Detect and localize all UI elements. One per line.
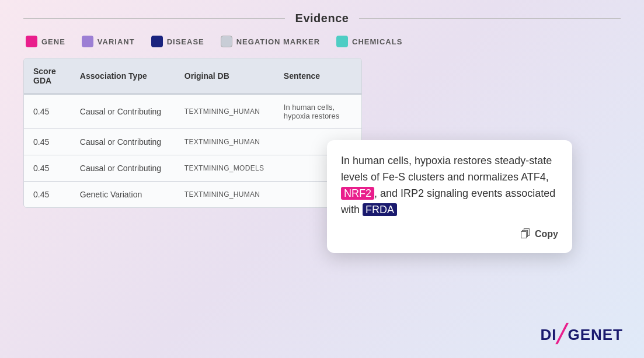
logo-di: DI [540, 326, 556, 343]
legend-row: GENE VARIANT DISEASE NEGATION MARKER CHE… [23, 36, 621, 47]
legend-item-gene: GENE [26, 36, 65, 47]
variant-label: VARIANT [98, 37, 135, 46]
score-cell: 0.45 [24, 155, 71, 182]
tooltip-content: In human cells, hypoxia restores steady-… [341, 153, 558, 218]
table-row: 0.45 Causal or Contributing TEXTMINING_H… [24, 94, 361, 129]
col-header-score: Score GDA [24, 58, 71, 94]
db-cell: TEXTMINING_MODELS [175, 155, 274, 182]
score-cell: 0.45 [24, 182, 71, 208]
legend-item-disease: DISEASE [151, 36, 204, 47]
legend-item-negation: NEGATION MARKER [221, 36, 320, 47]
db-cell: TEXTMINING_HUMAN [175, 94, 274, 129]
title-divider-right [359, 18, 621, 19]
table-row: 0.45 Genetic Variation TEXTMINING_HUMAN [24, 182, 361, 208]
disease-swatch [151, 36, 163, 47]
gene-swatch [26, 36, 37, 47]
nrf2-highlight: NRF2 [341, 187, 374, 200]
disgenet-logo: DI╱GENET [540, 324, 623, 344]
col-header-db: Original DB [175, 58, 274, 94]
chemicals-swatch [336, 36, 348, 47]
association-cell: Causal or Contributing [71, 129, 175, 155]
title-divider-left [23, 18, 285, 19]
negation-label: NEGATION MARKER [236, 37, 320, 46]
logo-slash: ╱ [556, 324, 568, 343]
association-cell: Causal or Contributing [71, 94, 175, 129]
table-row: 0.45 Causal or Contributing TEXTMINING_H… [24, 129, 361, 155]
copy-icon[interactable]: 🗍 [520, 227, 531, 243]
gene-label: GENE [41, 37, 65, 46]
tooltip-text-before-nrf2: In human cells, hypoxia restores steady-… [341, 155, 552, 183]
score-cell: 0.45 [24, 94, 71, 129]
col-header-sentence: Sentence [274, 58, 361, 94]
score-cell: 0.45 [24, 129, 71, 155]
legend-item-chemicals: CHEMICALS [336, 36, 402, 47]
col-header-association: Association Type [71, 58, 175, 94]
db-cell: TEXTMINING_HUMAN [175, 182, 274, 208]
frda-highlight: FRDA [363, 203, 397, 216]
variant-swatch [82, 36, 93, 47]
table-header-row: Score GDA Association Type Original DB S… [24, 58, 361, 94]
sentence-cell: In human cells, hypoxia restores [274, 94, 361, 129]
sentence-tooltip: In human cells, hypoxia restores steady-… [327, 140, 572, 253]
table-row: 0.45 Causal or Contributing TEXTMINING_M… [24, 155, 361, 182]
logo-genet: GENET [568, 326, 623, 343]
evidence-table: Score GDA Association Type Original DB S… [24, 58, 361, 207]
chemicals-label: CHEMICALS [352, 37, 402, 46]
association-cell: Causal or Contributing [71, 155, 175, 182]
copy-button[interactable]: Copy [535, 227, 558, 242]
db-cell: TEXTMINING_HUMAN [175, 129, 274, 155]
page-title: Evidence [285, 12, 360, 25]
legend-item-variant: VARIANT [82, 36, 135, 47]
association-cell: Genetic Variation [71, 182, 175, 208]
disease-label: DISEASE [167, 37, 204, 46]
evidence-table-wrapper: Score GDA Association Type Original DB S… [23, 58, 362, 208]
negation-swatch [221, 36, 232, 47]
